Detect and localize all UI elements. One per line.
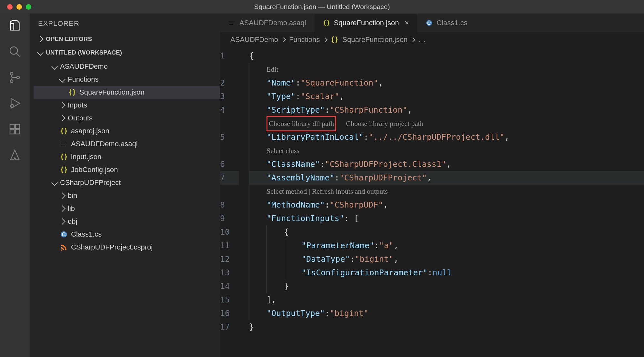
file-inputjson[interactable]: input.json [34, 150, 220, 163]
maximize-window-icon[interactable] [26, 4, 31, 10]
file-class1[interactable]: C Class1.cs [34, 228, 220, 241]
codelens-edit[interactable]: Edit [267, 63, 278, 76]
open-editors-section[interactable]: OPEN EDITORS [30, 32, 220, 46]
json-icon [331, 36, 338, 44]
csharp-icon: C [60, 230, 68, 238]
tab-asaql[interactable]: ASAUDFDemo.asaql [220, 14, 315, 32]
folder-csharpproject[interactable]: CSharpUDFProject [34, 176, 220, 189]
file-asaql[interactable]: ASAUDFDemo.asaql [34, 138, 220, 150]
file-jobconfig[interactable]: JobConfig.json [34, 163, 220, 176]
explorer-title: EXPLORER [30, 14, 220, 32]
svg-rect-11 [61, 146, 65, 146]
chevron-down-icon [37, 49, 44, 56]
json-icon [60, 166, 68, 174]
folder-functions[interactable]: Functions [34, 73, 220, 86]
svg-point-1 [10, 72, 13, 75]
chevron-right-icon [323, 37, 327, 42]
file-tree: ASAUDFDemo Functions SquareFunction.json… [30, 59, 220, 254]
folder-asaudfdemo[interactable]: ASAUDFDemo [34, 60, 220, 73]
svg-point-2 [10, 80, 13, 83]
svg-rect-15 [229, 23, 235, 23]
breadcrumb[interactable]: ASAUDFDemo Functions SquareFunction.json… [220, 32, 644, 47]
tab-label: SquareFunction.json [334, 19, 399, 27]
chevron-down-icon [59, 76, 65, 83]
file-icon [228, 19, 236, 26]
svg-rect-10 [61, 144, 67, 144]
chevron-right-icon [59, 218, 65, 225]
folder-obj[interactable]: obj [34, 215, 220, 228]
tab-class1[interactable]: C Class1.cs [417, 14, 476, 32]
close-window-icon[interactable] [7, 4, 13, 10]
chevron-right-icon [37, 36, 44, 42]
chevron-right-icon [59, 192, 65, 199]
source-control-icon[interactable] [8, 71, 21, 84]
json-icon [60, 127, 68, 135]
svg-point-0 [10, 47, 17, 54]
code-content[interactable]: { Edit "Name": "SquareFunction", "Type":… [249, 49, 644, 357]
explorer-sidebar: EXPLORER OPEN EDITORS UNTITLED (WORKSPAC… [30, 14, 220, 357]
folder-inputs[interactable]: Inputs [34, 99, 220, 112]
code-editor[interactable]: 1 2 3 4 5 6 7 8 9 10 11 12 13 14 15 16 [220, 47, 644, 357]
file-asaproj[interactable]: asaproj.json [34, 125, 220, 138]
window-title: SquareFunction.json — Untitled (Workspac… [254, 3, 390, 11]
breadcrumb-overflow[interactable]: … [418, 36, 426, 44]
project-icon [60, 243, 68, 251]
activity-bar [0, 14, 30, 357]
line-numbers: 1 2 3 4 5 6 7 8 9 10 11 12 13 14 15 16 [220, 49, 249, 357]
file-csprojfile[interactable]: CSharpUDFProject.csproj [34, 241, 220, 254]
chevron-right-icon [59, 102, 65, 108]
breadcrumb-item[interactable]: SquareFunction.json [342, 36, 408, 44]
json-icon [68, 88, 76, 96]
workspace-label: UNTITLED (WORKSPACE) [46, 49, 122, 56]
workspace-section[interactable]: UNTITLED (WORKSPACE) [30, 46, 220, 59]
svg-point-3 [17, 76, 19, 79]
tab-label: ASAUDFDemo.asaql [239, 19, 306, 27]
svg-rect-9 [61, 142, 67, 142]
codelens-select-method[interactable]: Select method | Refresh inputs and outpu… [267, 185, 388, 198]
minimize-window-icon[interactable] [16, 4, 22, 10]
close-tab-icon[interactable]: × [405, 19, 409, 27]
chevron-right-icon [281, 37, 286, 42]
window-controls[interactable] [0, 4, 31, 10]
svg-rect-7 [10, 130, 14, 134]
extensions-icon[interactable] [8, 123, 21, 136]
azure-icon[interactable] [8, 148, 21, 161]
folder-bin[interactable]: bin [34, 189, 220, 202]
file-icon [60, 140, 68, 148]
svg-rect-5 [10, 124, 14, 128]
folder-lib[interactable]: lib [34, 202, 220, 215]
svg-rect-6 [15, 124, 20, 128]
codelens-choose-project[interactable]: Choose library project path [346, 117, 423, 130]
svg-rect-16 [229, 25, 233, 25]
explorer-icon[interactable] [8, 19, 21, 32]
tab-label: Class1.cs [437, 19, 467, 27]
run-debug-icon[interactable] [8, 97, 21, 110]
folder-outputs[interactable]: Outputs [34, 112, 220, 125]
svg-text:C: C [427, 20, 431, 26]
chevron-right-icon [59, 205, 65, 212]
json-icon [323, 19, 330, 26]
breadcrumb-item[interactable]: ASAUDFDemo [230, 36, 278, 44]
tab-squarefunction[interactable]: SquareFunction.json × [315, 14, 418, 32]
codelens-choose-dll[interactable]: Choose library dll path [267, 116, 336, 131]
svg-rect-14 [229, 21, 235, 22]
chevron-right-icon [411, 37, 415, 42]
csharp-icon: C [426, 19, 433, 26]
svg-text:C: C [62, 231, 65, 238]
breadcrumb-item[interactable]: Functions [289, 36, 320, 44]
editor-tabs: ASAUDFDemo.asaql SquareFunction.json × C… [220, 14, 644, 32]
codelens-select-class[interactable]: Select class [267, 144, 299, 158]
svg-rect-8 [15, 130, 20, 134]
search-icon[interactable] [8, 45, 21, 58]
chevron-down-icon [51, 63, 58, 70]
file-squarefunction[interactable]: SquareFunction.json [34, 86, 220, 99]
json-icon [60, 153, 68, 161]
open-editors-label: OPEN EDITORS [46, 36, 92, 43]
chevron-right-icon [59, 115, 65, 121]
chevron-down-icon [51, 179, 58, 186]
